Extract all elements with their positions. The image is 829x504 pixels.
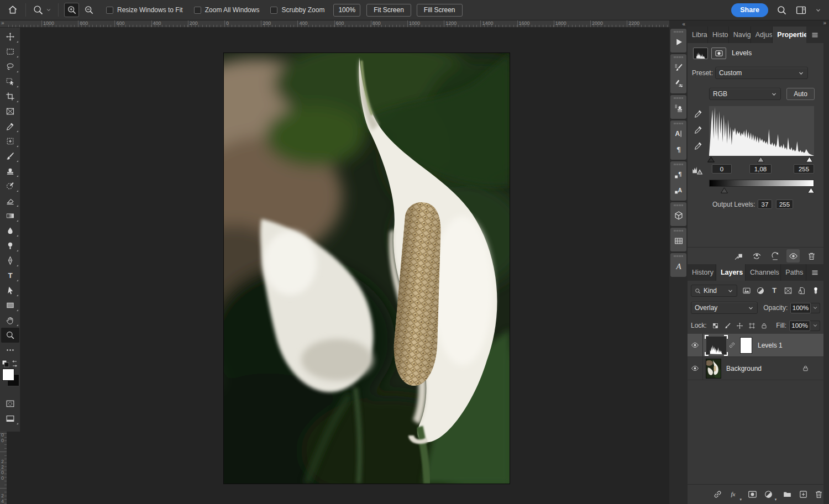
filter-smart-objects-button[interactable] [797, 286, 806, 295]
paragraph-panel-button[interactable] [670, 141, 686, 157]
lock-pixels-button[interactable] [724, 322, 731, 329]
auto-button[interactable]: Auto [786, 88, 815, 100]
add-layer-mask-button[interactable] [748, 488, 757, 501]
workspace-icon[interactable] [795, 4, 807, 16]
preset-dropdown[interactable]: Custom [715, 67, 808, 79]
tab-paths[interactable]: Paths [781, 264, 806, 281]
actions-panel-button[interactable] [670, 34, 686, 50]
history-brush-tool[interactable] [1, 179, 19, 193]
layer-effects-button[interactable] [728, 488, 738, 501]
character-styles-panel-button[interactable] [670, 182, 686, 198]
reset-adjustment-button[interactable] [768, 249, 781, 262]
background-layer-thumbnail[interactable] [706, 359, 721, 378]
zoom-out-button[interactable] [81, 3, 96, 17]
tab-libraries[interactable]: Libra [688, 27, 708, 43]
move-tool[interactable] [1, 29, 19, 44]
layer-mask-icon[interactable] [711, 48, 726, 59]
layer-visibility-toggle[interactable] [688, 334, 703, 357]
scrubby-zoom-checkbox[interactable]: Scrubby Zoom [270, 6, 324, 14]
zoom-tool[interactable] [1, 328, 19, 343]
brushes-panel-button[interactable] [670, 60, 686, 75]
opacity-dropdown-button[interactable] [811, 303, 820, 313]
quick-mask-button[interactable] [1, 396, 19, 411]
horizontal-ruler[interactable]: 1000800600400200020040060080010001200140… [0, 20, 669, 28]
zoom-in-button[interactable] [64, 3, 79, 17]
lock-artboard-button[interactable] [748, 322, 755, 329]
clone-source-panel-button[interactable] [670, 101, 686, 116]
white-point-eyedropper[interactable] [694, 141, 703, 150]
brush-settings-panel-button[interactable] [670, 75, 686, 91]
eraser-tool[interactable] [1, 193, 19, 208]
object-selection-tool[interactable] [1, 74, 19, 89]
delete-layer-button[interactable] [814, 488, 823, 501]
output-highlight-field[interactable]: 255 [776, 200, 793, 209]
input-shadow-slider[interactable] [707, 156, 715, 162]
3d-panel-button[interactable] [670, 208, 686, 223]
layer-mask-thumbnail[interactable] [740, 337, 752, 354]
fill-screen-button[interactable]: Fill Screen [417, 4, 463, 17]
output-shadow-field[interactable]: 37 [758, 200, 772, 209]
tab-histogram[interactable]: Histo [708, 27, 729, 43]
dock-expand-button[interactable]: » [823, 20, 826, 26]
resize-windows-checkbox[interactable]: Resize Windows to Fit [106, 6, 183, 14]
input-highlight-slider[interactable] [806, 156, 813, 162]
healing-brush-tool[interactable] [1, 134, 19, 149]
tab-navigator[interactable]: Navig [729, 27, 751, 43]
current-tool[interactable] [30, 4, 54, 15]
channel-dropdown[interactable]: RGB [709, 88, 781, 100]
clone-stamp-tool[interactable] [1, 164, 19, 179]
input-midtone-field[interactable]: 1,08 [749, 164, 772, 174]
tab-history[interactable]: History [688, 264, 716, 281]
layer-row-levels-1[interactable]: Levels 1 [688, 334, 823, 357]
layer-name[interactable]: Levels 1 [758, 342, 783, 349]
character-panel-button[interactable] [670, 126, 686, 141]
layer-row-background[interactable]: Background [688, 357, 823, 380]
glyphs-panel-button[interactable] [670, 259, 686, 274]
path-selection-tool[interactable] [1, 283, 19, 298]
dodge-tool[interactable] [1, 238, 19, 253]
tab-adjustments[interactable]: Adjus [751, 27, 773, 43]
filter-pixel-layers-button[interactable] [742, 286, 751, 295]
foreground-color-swatch[interactable] [2, 369, 14, 381]
swap-colors-icon[interactable] [2, 360, 18, 368]
new-adjustment-layer-button[interactable] [763, 488, 773, 501]
tab-layers[interactable]: Layers [716, 264, 745, 281]
filter-type-layers-button[interactable] [770, 286, 779, 295]
rectangle-tool[interactable] [1, 298, 19, 313]
view-previous-state-button[interactable] [750, 249, 763, 262]
filter-shape-layers-button[interactable] [784, 286, 793, 295]
eyedropper-tool[interactable] [1, 119, 19, 134]
delete-adjustment-button[interactable] [805, 249, 818, 262]
lock-position-button[interactable] [736, 322, 743, 329]
zoom-all-windows-checkbox[interactable]: Zoom All Windows [194, 6, 260, 14]
chevron-down-icon[interactable] [815, 7, 821, 13]
lock-all-button[interactable] [760, 322, 768, 329]
type-tool[interactable] [1, 268, 19, 283]
fit-screen-button[interactable]: Fit Screen [366, 4, 411, 17]
panel-menu-button[interactable] [806, 27, 823, 43]
filter-toggle-switch[interactable] [811, 286, 820, 295]
share-button[interactable]: Share [731, 3, 768, 17]
link-layers-button[interactable] [713, 488, 722, 501]
screen-mode-button[interactable] [1, 411, 19, 426]
input-shadow-field[interactable]: 0 [712, 164, 732, 174]
paragraph-styles-panel-button[interactable] [670, 167, 686, 182]
tab-channels[interactable]: Channels [745, 264, 781, 281]
dock-collapse-button[interactable]: « [669, 20, 688, 27]
gradient-tool[interactable] [1, 208, 19, 223]
tab-properties[interactable]: Properties [773, 27, 806, 43]
blend-mode-dropdown[interactable]: Overlay [691, 302, 758, 314]
more-tools-button[interactable] [1, 343, 19, 358]
black-point-eyedropper[interactable] [694, 109, 703, 118]
hand-tool[interactable] [1, 313, 19, 328]
input-highlight-field[interactable]: 255 [794, 164, 814, 174]
marquee-tool[interactable] [1, 44, 19, 59]
blur-tool[interactable] [1, 223, 19, 238]
mask-link-icon[interactable] [728, 342, 736, 349]
output-shadow-slider[interactable] [721, 187, 728, 193]
filter-adjustment-layers-button[interactable] [756, 286, 765, 295]
vertical-ruler[interactable]: 0 02 2 0 02 4 [0, 431, 7, 504]
fill-dropdown-button[interactable] [810, 321, 820, 331]
timeline-panel-button[interactable] [670, 233, 686, 249]
histogram-refresh-icon[interactable] [691, 165, 704, 177]
